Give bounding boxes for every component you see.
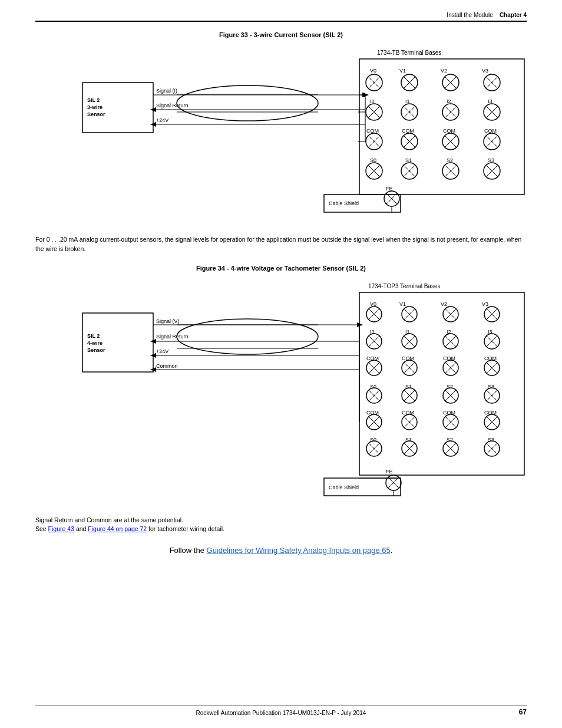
signal-return-label: Signal Return (156, 103, 189, 108)
figure34-svg: 1734-TOP3 Terminal Bases V0 V1 V2 V3 I0 (35, 278, 527, 508)
fig34-common: Common (156, 363, 178, 369)
fig34-cable-shield: Cable Shield (329, 485, 359, 490)
v2-label: V2 (441, 68, 447, 74)
svg-text:4-wire: 4-wire (87, 340, 103, 346)
svg-text:V3: V3 (482, 301, 488, 307)
figure33-container: 1734-TB Terminal Bases V0 V1 V2 V3 (35, 44, 527, 227)
svg-marker-58 (363, 93, 369, 97)
guidelines-link[interactable]: Guidelines for Wiring Safety Analog Inpu… (207, 546, 391, 555)
footer-note-1: Signal Return and Common are at the same… (35, 516, 527, 525)
follow-text: Follow the Guidelines for Wiring Safety … (35, 546, 527, 555)
follow-post: . (391, 546, 393, 555)
v3-label: V3 (482, 68, 488, 74)
footer-text: Rockwell Automation Publication 1734-UM0… (196, 710, 366, 716)
footer-note-2-pre: See (35, 525, 48, 532)
fig34-signal-v: Signal (V) (156, 318, 180, 324)
figure44-link[interactable]: Figure 44 on page 72 (88, 525, 147, 532)
cable-shield-label: Cable Shield (329, 200, 359, 206)
header-section: Install the Module (447, 12, 492, 18)
body-text-fig33: For 0 . . .20 mA analog current-output s… (35, 235, 527, 254)
figure34-title: Figure 34 - 4-wire Voltage or Tachometer… (35, 265, 527, 272)
figure34-container: 1734-TOP3 Terminal Bases V0 V1 V2 V3 I0 (35, 278, 527, 508)
svg-marker-175 (357, 322, 363, 327)
footer-note-2-post: for tachometer wiring detail. (147, 525, 224, 532)
footer-notes: Signal Return and Common are at the same… (35, 516, 527, 535)
figure33-svg: 1734-TB Terminal Bases V0 V1 V2 V3 (35, 44, 527, 227)
page: Install the Module Chapter 4 Figure 33 -… (0, 0, 562, 728)
fig34-plus24v: +24V (156, 348, 168, 354)
svg-text:Sensor: Sensor (87, 347, 105, 353)
plus24v-label: +24V (156, 117, 168, 123)
signal-i-label: Signal (I) (156, 88, 177, 94)
sensor-label-sil2: SIL 2 (87, 97, 100, 103)
footer-note-2: See Figure 43 and Figure 44 on page 72 f… (35, 525, 527, 534)
header-bar: Install the Module Chapter 4 (35, 12, 527, 22)
fig33-terminal-label: 1734-TB Terminal Bases (377, 50, 441, 56)
page-number: 67 (519, 708, 527, 716)
figure33-title: Figure 33 - 3-wire Current Sensor (SIL 2… (35, 31, 527, 38)
page-footer: Rockwell Automation Publication 1734-UM0… (35, 706, 527, 716)
svg-point-171 (177, 319, 318, 354)
sensor-label-sensor: Sensor (87, 111, 105, 117)
header-text: Install the Module Chapter 4 (447, 12, 527, 18)
follow-pre: Follow the (170, 546, 207, 555)
v1-label: V1 (399, 68, 406, 74)
fig34-fe-label: FE (386, 469, 393, 475)
header-chapter: Chapter 4 (500, 12, 527, 18)
svg-text:V2: V2 (441, 301, 447, 307)
svg-point-61 (177, 85, 318, 121)
sensor-label-3wire: 3-wire (87, 104, 103, 110)
svg-text:SIL 2: SIL 2 (87, 333, 100, 339)
footer-note-2-mid: and (74, 525, 88, 532)
fig34-signal-return: Signal Return (156, 334, 189, 340)
fig34-terminal-label: 1734-TOP3 Terminal Bases (368, 283, 440, 289)
figure43-link[interactable]: Figure 43 (48, 525, 74, 532)
svg-text:V1: V1 (399, 301, 406, 307)
v0-label: V0 (370, 68, 376, 74)
